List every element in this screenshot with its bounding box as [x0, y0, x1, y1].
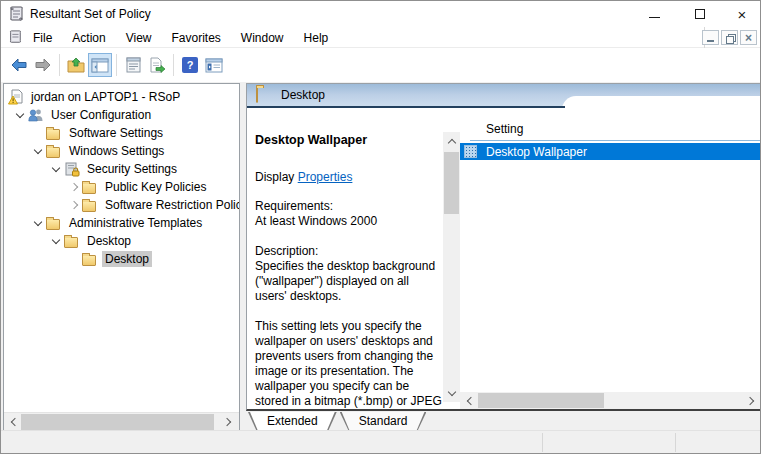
- folder-icon: [64, 235, 84, 248]
- tree-item-user-configuration[interactable]: User Configuration: [4, 106, 239, 124]
- tree-item-software-settings[interactable]: Software Settings: [4, 124, 239, 142]
- tree-item-desktop[interactable]: Desktop: [4, 232, 239, 250]
- setting-row-desktop-wallpaper[interactable]: Desktop Wallpaper: [460, 143, 760, 160]
- tree-item-rsop-root[interactable]: jordan on LAPTOP1 - RSoP: [4, 88, 239, 106]
- view-tabs: Extended Standard: [248, 412, 426, 432]
- requirements-label: Requirements:: [255, 199, 377, 214]
- child-restore-button[interactable]: [721, 30, 738, 45]
- mmc-app-icon: [8, 6, 24, 25]
- rsop-root-icon: [8, 89, 28, 105]
- scroll-up-icon[interactable]: [443, 132, 460, 149]
- tree-item-label: Public Key Policies: [102, 179, 209, 195]
- scroll-right-icon[interactable]: [220, 413, 237, 430]
- tree-item-label: Desktop: [84, 233, 134, 249]
- tree-item-label: Windows Settings: [66, 143, 167, 159]
- folder-icon: [82, 181, 102, 194]
- toolbar-separator: [59, 54, 60, 76]
- chevron-down-icon[interactable]: [30, 150, 46, 153]
- extended-header-title: Desktop: [281, 88, 325, 102]
- user-configuration-icon: [28, 108, 48, 122]
- tree-item-label: Security Settings: [84, 161, 180, 177]
- chevron-down-icon[interactable]: [12, 114, 28, 117]
- settings-list-panel: Setting Desktop Wallpaper: [460, 108, 760, 409]
- extended-view-pane: Desktop Desktop Wallpaper Display Proper…: [246, 83, 761, 411]
- status-bar-separator: [675, 433, 676, 452]
- properties-icon[interactable]: [121, 53, 145, 77]
- tree-item-public-key-policies[interactable]: Public Key Policies: [4, 178, 239, 196]
- menu-action[interactable]: Action: [62, 29, 115, 47]
- description-vertical-scrollbar[interactable]: [443, 132, 460, 402]
- description-paragraph-1: Specifies the desktop background ("wallp…: [255, 259, 443, 304]
- toolbar-separator: [173, 54, 174, 76]
- forward-icon[interactable]: [31, 53, 55, 77]
- console-tree-pane: jordan on LAPTOP1 - RSoP User Configurat…: [3, 83, 240, 431]
- folder-icon: [82, 199, 102, 212]
- menu-view[interactable]: View: [116, 29, 162, 47]
- chevron-right-icon[interactable]: [66, 202, 82, 208]
- status-bar: [1, 430, 760, 453]
- tree-item-label: jordan on LAPTOP1 - RSoP: [28, 89, 183, 105]
- description-paragraph-2: This setting lets you specify the wallpa…: [255, 319, 443, 411]
- scroll-left-icon[interactable]: [460, 392, 477, 409]
- extended-view-icon[interactable]: [202, 53, 226, 77]
- description-label: Description:: [255, 244, 443, 259]
- folder-icon: [46, 127, 66, 140]
- window-title: Resultant Set of Policy: [30, 7, 151, 21]
- setting-column-header[interactable]: Setting: [486, 122, 523, 136]
- properties-link[interactable]: Properties: [298, 170, 353, 184]
- security-settings-icon: [64, 162, 84, 177]
- toolbar-separator: [116, 54, 117, 76]
- menu-bar: File Action View Favorites Window Help ×: [1, 27, 760, 48]
- menu-help[interactable]: Help: [294, 29, 339, 47]
- folder-icon: [82, 253, 102, 266]
- close-button[interactable]: ×: [722, 1, 761, 27]
- chevron-right-icon[interactable]: [66, 184, 82, 190]
- tree-item-software-restriction-policies[interactable]: Software Restriction Policies: [4, 196, 239, 214]
- minimize-button[interactable]: [632, 1, 677, 27]
- tree-horizontal-scrollbar[interactable]: [4, 412, 239, 430]
- tab-standard[interactable]: Standard: [340, 412, 427, 431]
- child-minimize-button[interactable]: [702, 30, 719, 45]
- menu-file[interactable]: File: [23, 29, 62, 47]
- help-icon[interactable]: ?: [178, 53, 202, 77]
- setting-row-label: Desktop Wallpaper: [486, 145, 587, 159]
- up-one-level-icon[interactable]: [64, 53, 88, 77]
- scroll-right-icon[interactable]: [743, 392, 760, 409]
- folder-icon: [46, 145, 66, 158]
- folder-icon: [256, 88, 258, 102]
- scrollbar-thumb[interactable]: [21, 414, 214, 430]
- menu-window[interactable]: Window: [231, 29, 294, 47]
- folder-icon: [46, 217, 66, 230]
- tree-item-security-settings[interactable]: Security Settings: [4, 160, 239, 178]
- chevron-down-icon[interactable]: [30, 222, 46, 225]
- policy-title: Desktop Wallpaper: [255, 133, 367, 147]
- title-bar[interactable]: Resultant Set of Policy ×: [1, 1, 760, 27]
- rsop-window: Resultant Set of Policy × File Action Vi…: [0, 0, 761, 454]
- tab-extended[interactable]: Extended: [248, 412, 337, 432]
- scrollbar-thumb[interactable]: [444, 152, 459, 214]
- status-bar-separator: [542, 433, 543, 452]
- display-properties-line: Display Properties: [255, 170, 352, 184]
- tab-label: Extended: [267, 414, 318, 428]
- tab-label: Standard: [359, 414, 408, 428]
- chevron-down-icon[interactable]: [48, 240, 64, 243]
- child-close-button[interactable]: ×: [740, 30, 757, 45]
- scroll-down-icon[interactable]: [443, 385, 460, 402]
- display-label: Display: [255, 170, 298, 184]
- tree-item-desktop-selected[interactable]: Desktop: [4, 250, 239, 268]
- back-icon[interactable]: [7, 53, 31, 77]
- chevron-down-icon[interactable]: [48, 168, 64, 171]
- scrollbar-thumb[interactable]: [478, 393, 604, 408]
- scroll-left-icon[interactable]: [4, 413, 21, 430]
- tree-item-label: Software Restriction Policies: [102, 197, 240, 213]
- maximize-button[interactable]: [677, 1, 722, 27]
- show-hide-console-tree-icon[interactable]: [88, 53, 112, 77]
- tree-item-label: Software Settings: [66, 125, 166, 141]
- list-horizontal-scrollbar[interactable]: [460, 392, 760, 409]
- column-header-divider: [470, 140, 760, 141]
- tree-item-administrative-templates[interactable]: Administrative Templates: [4, 214, 239, 232]
- tree-item-windows-settings[interactable]: Windows Settings: [4, 142, 239, 160]
- requirements-value: At least Windows 2000: [255, 214, 377, 229]
- export-list-icon[interactable]: [145, 53, 169, 77]
- menu-favorites[interactable]: Favorites: [162, 29, 231, 47]
